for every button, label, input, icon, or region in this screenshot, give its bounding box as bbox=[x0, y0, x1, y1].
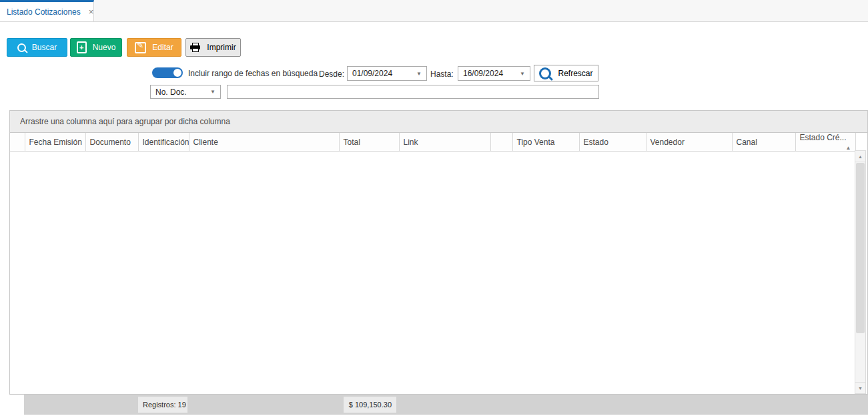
date-range-toggle-label: Incluir rango de fechas en búsqueda bbox=[188, 69, 318, 78]
hasta-label: Hasta: bbox=[430, 69, 454, 79]
tab-title: Listado Cotizaciones bbox=[7, 7, 81, 17]
tab-strip: Listado Cotizaciones × bbox=[0, 0, 868, 22]
grid-scroll-area: Fecha EmisiónDocumentoIdentificaciónClie… bbox=[10, 133, 867, 394]
doc-filter-value: No. Doc. bbox=[155, 87, 187, 97]
column-header-vendedor[interactable]: Vendedor bbox=[646, 133, 732, 152]
desde-date-value: 01/09/2024 bbox=[352, 69, 392, 78]
total-sum: $ 109,150.30 bbox=[344, 397, 396, 413]
tab-close-icon[interactable]: × bbox=[89, 7, 94, 16]
sort-ascending-icon: ▲ bbox=[846, 145, 851, 151]
refrescar-button-label: Refrescar bbox=[558, 69, 592, 78]
search-icon bbox=[17, 43, 26, 52]
quotations-grid: Arrastre una columna aquí para agrupar p… bbox=[9, 110, 868, 395]
printer-icon bbox=[190, 43, 201, 52]
scroll-down-icon[interactable]: ▼ bbox=[855, 382, 865, 393]
refresh-search-icon bbox=[539, 67, 551, 79]
grid-header-row: Fecha EmisiónDocumentoIdentificaciónClie… bbox=[10, 133, 855, 152]
column-header-canal[interactable]: Canal bbox=[732, 133, 795, 152]
column-header-identificaci-n[interactable]: Identificación bbox=[138, 133, 189, 152]
scroll-up-icon[interactable]: ▲ bbox=[855, 151, 865, 162]
column-header-cliente[interactable]: Cliente bbox=[189, 133, 339, 152]
scrollbar-thumb[interactable] bbox=[856, 163, 865, 333]
desde-dropdown-icon[interactable]: ▼ bbox=[416, 71, 422, 77]
nuevo-button[interactable]: Nuevo bbox=[70, 38, 122, 57]
editar-button[interactable]: Editar bbox=[127, 38, 181, 57]
date-range-toggle[interactable] bbox=[152, 67, 183, 78]
editar-button-label: Editar bbox=[152, 43, 173, 52]
column-header-estado[interactable]: Estado bbox=[579, 133, 646, 152]
column-header-documento[interactable]: Documento bbox=[85, 133, 138, 152]
doc-filter-dropdown-icon[interactable]: ▼ bbox=[210, 89, 215, 95]
edit-pencil-icon bbox=[135, 42, 146, 53]
column-header-total[interactable]: Total bbox=[339, 133, 399, 152]
search-input[interactable] bbox=[227, 85, 599, 99]
imprimir-button-label: Imprimir bbox=[207, 43, 236, 52]
column-header-estado-cr[interactable]: Estado Cré...▲ bbox=[795, 133, 855, 152]
column-header-fecha-emisi-n[interactable]: Fecha Emisión bbox=[25, 133, 85, 152]
nuevo-button-label: Nuevo bbox=[93, 43, 116, 52]
vertical-scrollbar[interactable]: ▲ ▼ bbox=[855, 150, 866, 394]
toggle-knob bbox=[173, 69, 181, 77]
buscar-button-label: Buscar bbox=[32, 43, 57, 52]
hasta-dropdown-icon[interactable]: ▼ bbox=[520, 71, 525, 77]
doc-filter-dropdown[interactable]: No. Doc. ▼ bbox=[150, 85, 221, 99]
tab-listado-cotizaciones[interactable]: Listado Cotizaciones × bbox=[0, 0, 94, 21]
desde-date-input[interactable]: 01/09/2024 ▼ bbox=[347, 66, 427, 81]
hasta-date-value: 16/09/2024 bbox=[463, 69, 503, 78]
desde-label: Desde: bbox=[319, 69, 344, 79]
buscar-button[interactable]: Buscar bbox=[7, 38, 67, 57]
column-header-blank[interactable] bbox=[490, 133, 512, 152]
refrescar-button[interactable]: Refrescar bbox=[534, 65, 598, 81]
grid-table: Fecha EmisiónDocumentoIdentificaciónClie… bbox=[10, 133, 856, 152]
grid-footer: Registros: 19 $ 109,150.30 bbox=[24, 395, 868, 415]
column-header-link[interactable]: Link bbox=[399, 133, 490, 152]
records-count: Registros: 19 bbox=[138, 397, 187, 413]
column-header-tipo-venta[interactable]: Tipo Venta bbox=[512, 133, 579, 152]
new-document-icon bbox=[77, 41, 87, 53]
group-by-panel[interactable]: Arrastre una columna aquí para agrupar p… bbox=[10, 111, 867, 133]
column-header-blank[interactable] bbox=[10, 133, 25, 152]
imprimir-button[interactable]: Imprimir bbox=[185, 38, 241, 57]
group-by-panel-text: Arrastre una columna aquí para agrupar p… bbox=[20, 117, 230, 126]
hasta-date-input[interactable]: 16/09/2024 ▼ bbox=[458, 66, 530, 81]
